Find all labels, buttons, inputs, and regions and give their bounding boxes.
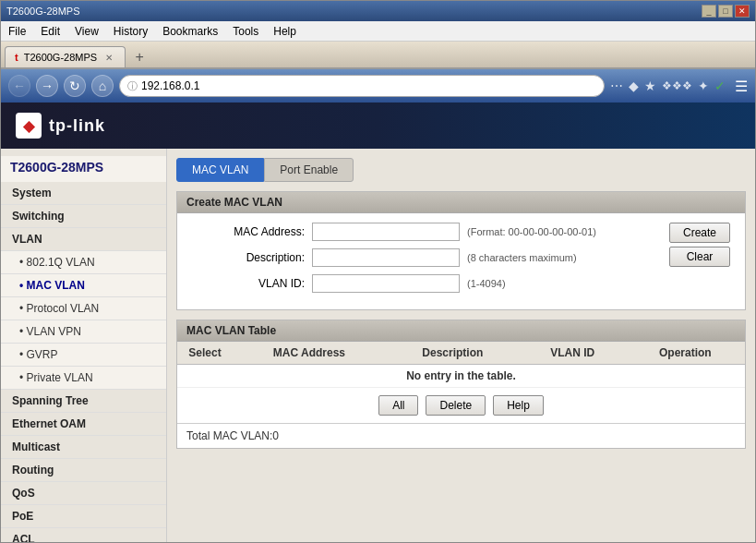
browser-tab-favicon: t [15, 52, 18, 63]
reload-button[interactable]: ↻ [64, 75, 86, 97]
sidebar-item-vlan-vpn[interactable]: • VLAN VPN [1, 320, 166, 344]
logo-icon: ◆ [16, 113, 42, 139]
main-layout: T2600G-28MPS System Switching VLAN • 802… [1, 149, 755, 542]
tab-port-enable[interactable]: Port Enable [264, 158, 354, 182]
menu-tools[interactable]: Tools [225, 23, 266, 40]
create-button[interactable]: Create [669, 223, 730, 243]
menu-view[interactable]: View [67, 23, 106, 40]
menu-help[interactable]: Help [266, 23, 304, 40]
vlan-id-input[interactable] [312, 274, 460, 293]
sidebar: T2600G-28MPS System Switching VLAN • 802… [1, 149, 167, 542]
help-button[interactable]: Help [493, 395, 544, 416]
sidebar-item-system[interactable]: System [1, 182, 166, 205]
sidebar-item-8021q[interactable]: • 802.1Q VLAN [1, 251, 166, 274]
home-button[interactable]: ⌂ [91, 75, 114, 97]
title-bar: T2600G-28MPS _ □ ✕ [1, 1, 755, 21]
address-bar-input-wrap: ⓘ [119, 75, 605, 97]
title-bar-left: T2600G-28MPS [6, 6, 79, 17]
sidebar-item-multicast[interactable]: Multicast [1, 436, 166, 459]
description-hint: (8 characters maximum) [467, 252, 577, 263]
sidebar-item-poe[interactable]: PoE [1, 505, 166, 528]
mac-address-input[interactable] [312, 223, 460, 241]
table-actions: All Delete Help [177, 388, 745, 423]
content-area: MAC VLAN Port Enable Create MAC VLAN MAC… [167, 149, 755, 542]
lock-icon: ⓘ [127, 79, 138, 93]
title-bar-controls: _ □ ✕ [702, 5, 750, 18]
maximize-button[interactable]: □ [718, 5, 733, 18]
all-button[interactable]: All [378, 395, 418, 416]
col-select: Select [177, 342, 233, 365]
mac-address-hint: (Format: 00-00-00-00-00-01) [467, 226, 596, 237]
mac-vlan-table: Select MAC Address Description VLAN ID O… [177, 342, 745, 388]
address-bar: ← → ↻ ⌂ ⓘ ⋯ ◆ ★ ❖❖❖ ✦ ✓ ☰ [1, 69, 755, 103]
table-title: MAC VLAN Table [177, 320, 745, 342]
forward-button[interactable]: → [36, 75, 58, 97]
delete-button[interactable]: Delete [426, 395, 486, 416]
col-vlan-id: VLAN ID [520, 342, 626, 365]
back-button[interactable]: ← [8, 75, 30, 97]
create-mac-vlan-section: Create MAC VLAN MAC Address: (Format: 00… [176, 191, 746, 310]
browser-tab[interactable]: t T2600G-28MPS ✕ [5, 46, 126, 67]
vlan-id-label: VLAN ID: [192, 277, 312, 290]
mac-address-label: MAC Address: [192, 225, 312, 238]
menu-file[interactable]: File [1, 23, 33, 40]
sidebar-item-gvrp[interactable]: • GVRP [1, 344, 166, 367]
minimize-button[interactable]: _ [702, 5, 716, 18]
reader-mode-icon[interactable]: ❖❖❖ [662, 79, 692, 92]
sidebar-item-routing[interactable]: Routing [1, 459, 166, 482]
menu-bar: File Edit View History Bookmarks Tools H… [1, 21, 755, 42]
content-tabs: MAC VLAN Port Enable [176, 158, 746, 182]
check-icon[interactable]: ✓ [714, 78, 726, 93]
browser-tab-close[interactable]: ✕ [102, 51, 115, 64]
ellipsis-icon[interactable]: ⋯ [610, 78, 623, 93]
vlan-id-hint: (1-4094) [467, 278, 506, 289]
sidebar-item-switching[interactable]: Switching [1, 205, 166, 228]
sidebar-item-mac-vlan[interactable]: • MAC VLAN [1, 274, 166, 297]
clear-button[interactable]: Clear [669, 247, 730, 267]
address-input[interactable] [141, 79, 596, 92]
menu-history[interactable]: History [106, 23, 155, 40]
hamburger-menu[interactable]: ☰ [735, 78, 748, 95]
sidebar-item-protocol-vlan[interactable]: • Protocol VLAN [1, 297, 166, 320]
logo: ◆ tp-link [16, 113, 105, 139]
sync-icon[interactable]: ✦ [698, 78, 709, 93]
sidebar-item-private-vlan[interactable]: • Private VLAN [1, 367, 166, 390]
sidebar-item-ethernet-oam[interactable]: Ethernet OAM [1, 413, 166, 436]
mac-vlan-table-section: MAC VLAN Table Select MAC Address Descri… [176, 320, 746, 449]
close-button[interactable]: ✕ [735, 5, 750, 18]
sidebar-item-qos[interactable]: QoS [1, 482, 166, 505]
browser-window: T2600G-28MPS _ □ ✕ File Edit View Histor… [0, 0, 756, 543]
sidebar-item-acl[interactable]: ACL [1, 528, 166, 542]
sidebar-item-spanning-tree[interactable]: Spanning Tree [1, 390, 166, 413]
model-name-sidebar: T2600G-28MPS [1, 156, 166, 182]
sidebar-item-vlan[interactable]: VLAN [1, 228, 166, 251]
col-operation: Operation [626, 342, 745, 365]
bookmark-shield-icon[interactable]: ◆ [629, 78, 639, 93]
site-header: ◆ tp-link [1, 103, 755, 149]
new-tab-button[interactable]: + [129, 47, 150, 67]
menu-edit[interactable]: Edit [33, 23, 67, 40]
menu-bookmarks[interactable]: Bookmarks [155, 23, 225, 40]
empty-message: No entry in the table. [177, 365, 745, 388]
star-icon[interactable]: ★ [644, 78, 656, 93]
address-icons: ⋯ ◆ ★ ❖❖❖ ✦ ✓ [610, 78, 726, 93]
description-label: Description: [192, 251, 312, 264]
total-row: Total MAC VLAN:0 [177, 423, 745, 448]
title-bar-title: T2600G-28MPS [6, 6, 79, 17]
create-section-title: Create MAC VLAN [177, 192, 745, 213]
logo-symbol: ◆ [23, 117, 34, 135]
logo-text: tp-link [49, 116, 105, 136]
col-description: Description [386, 342, 520, 365]
tab-mac-vlan[interactable]: MAC VLAN [176, 158, 264, 182]
browser-tab-label: T2600G-28MPS [24, 52, 97, 63]
description-input[interactable] [312, 248, 460, 267]
tab-bar: t T2600G-28MPS ✕ + [1, 42, 755, 69]
table-empty-row: No entry in the table. [177, 365, 745, 388]
col-mac-address: MAC Address [233, 342, 386, 365]
